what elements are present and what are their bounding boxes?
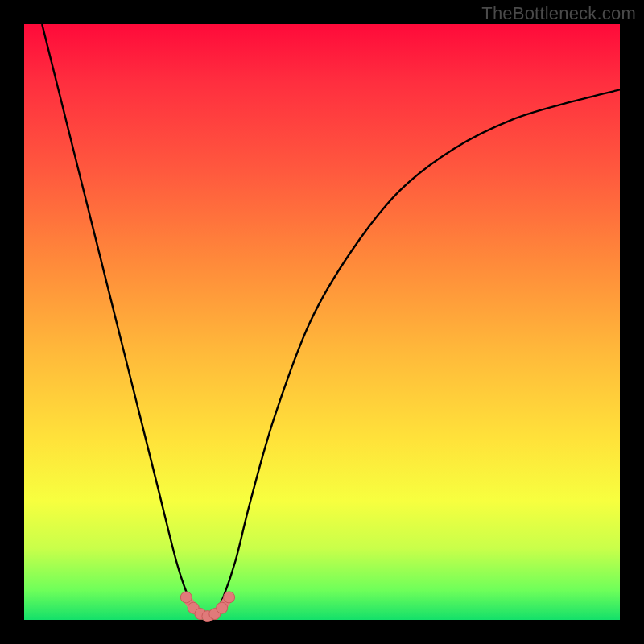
bottleneck-curve xyxy=(42,24,620,617)
curve-svg xyxy=(24,24,620,620)
valley-marker xyxy=(180,592,192,603)
watermark-text: TheBottleneck.com xyxy=(481,3,636,24)
valley-marker xyxy=(224,592,235,603)
valley-marker xyxy=(217,602,228,613)
plot-area xyxy=(24,24,620,620)
chart-frame: TheBottleneck.com xyxy=(0,0,644,644)
valley-markers xyxy=(180,592,234,622)
